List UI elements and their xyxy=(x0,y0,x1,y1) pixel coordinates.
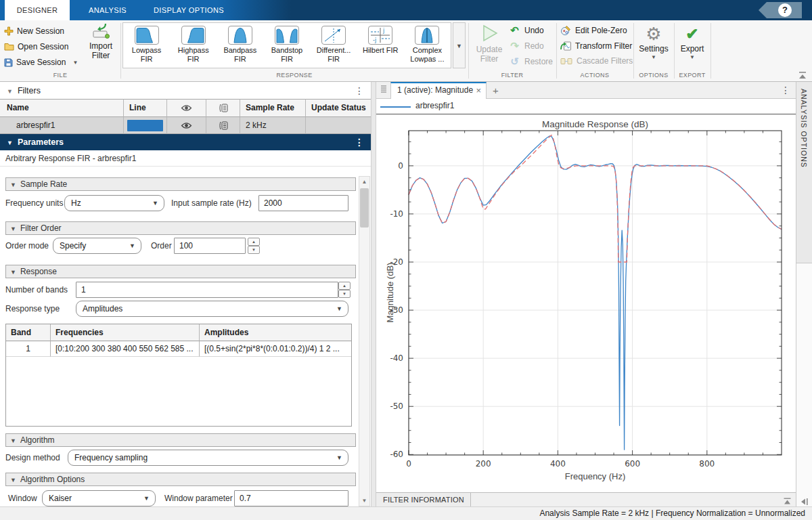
section-header-sample-rate[interactable]: ▼Sample Rate xyxy=(5,177,356,191)
side-panel-strip: ANALYSIS OPTIONS xyxy=(796,82,812,506)
gallery-item-bandpass-fir[interactable]: Bandpass FIR xyxy=(217,23,263,68)
help-icon[interactable]: ? xyxy=(778,3,792,17)
gallery-item-label: Highpass xyxy=(170,46,217,55)
filter-line-cell[interactable] xyxy=(124,116,167,134)
filter-line-swatch[interactable] xyxy=(127,120,163,131)
column-header-frequencies: Frequencies xyxy=(51,324,200,341)
stepper-down-icon[interactable]: ▼ xyxy=(248,246,260,254)
band-number-cell[interactable]: 1 xyxy=(6,341,51,357)
import-filter-label-2: Filter xyxy=(83,51,119,60)
gallery-item-lowpass-fir[interactable]: Lowpass FIR xyxy=(123,23,170,68)
gallery-item-bandstop-fir[interactable]: Bandstop FIR xyxy=(263,23,310,68)
analysis-options-tab[interactable]: ANALYSIS OPTIONS xyxy=(796,82,812,263)
tab-designer[interactable]: DESIGNER xyxy=(5,0,70,20)
save-session-button[interactable]: Save Session ▼ xyxy=(4,56,78,69)
number-of-bands-label: Number of bands xyxy=(5,282,68,298)
svg-text:j: j xyxy=(382,28,384,34)
x-tick-label: 800 xyxy=(699,459,715,469)
restore-button[interactable]: ↺ Restore xyxy=(509,56,553,67)
section-header-response[interactable]: ▼Response xyxy=(5,265,356,278)
response-type-label: Response type xyxy=(5,301,60,317)
window-parameter-field[interactable]: 0.7 xyxy=(234,490,348,506)
section-divider xyxy=(556,23,557,79)
stepper-up-icon[interactable]: ▲ xyxy=(338,282,351,290)
order-field[interactable]: 100 xyxy=(174,238,246,254)
filters-panel-header[interactable]: ▼Filters ⋮ xyxy=(0,83,371,99)
close-icon[interactable]: × xyxy=(476,83,481,98)
restore-icon: ↺ xyxy=(509,56,520,67)
section-header-algorithm-options[interactable]: ▼Algorithm Options xyxy=(5,473,356,486)
settings-button[interactable]: ⚙ Settings ▼ xyxy=(635,24,673,60)
analysis-options-label: ANALYSIS OPTIONS xyxy=(800,89,808,168)
scrollbar-thumb[interactable] xyxy=(360,188,369,228)
export-label: Export xyxy=(681,44,704,53)
kebab-menu-icon[interactable]: ⋮ xyxy=(781,82,790,98)
gallery-item-highpass-fir[interactable]: Highpass FIR xyxy=(170,23,217,68)
tab-analysis[interactable]: ANALYSIS xyxy=(70,0,145,20)
input-sample-rate-label: Input sample rate (Hz) xyxy=(171,195,252,211)
filter-information-tab[interactable]: FILTER INFORMATION xyxy=(376,493,471,506)
stepper-down-icon[interactable]: ▼ xyxy=(338,290,351,298)
series-arbrespfir1 xyxy=(409,136,782,450)
order-mode-dropdown[interactable]: Specify▼ xyxy=(53,238,141,254)
stepper-up-icon[interactable]: ▲ xyxy=(248,238,260,246)
filter-visibility-toggle[interactable] xyxy=(167,116,206,134)
filter-name: arbrespfir1 xyxy=(0,116,124,134)
redo-button[interactable]: ↷ Redo xyxy=(509,41,544,51)
number-of-bands-field[interactable]: 1 xyxy=(76,282,338,298)
open-session-button[interactable]: Open Session xyxy=(4,40,68,53)
frequency-units-dropdown[interactable]: Hz▼ xyxy=(64,195,164,211)
kebab-menu-icon[interactable]: ⋮ xyxy=(355,134,364,150)
redo-label: Redo xyxy=(524,41,544,51)
design-method-dropdown[interactable]: Frequency sampling▼ xyxy=(68,450,348,466)
tab-list-button[interactable] xyxy=(378,84,389,97)
response-type-dropdown[interactable]: Amplitudes▼ xyxy=(76,301,348,317)
update-filter-button[interactable]: Update Filter xyxy=(472,24,506,64)
export-button[interactable]: ✔ Export ▼ xyxy=(676,24,708,60)
window-dropdown[interactable]: Kaiser▼ xyxy=(42,490,156,506)
scroll-down-icon[interactable]: ▼ xyxy=(359,496,369,506)
plot-tab-magnitude[interactable]: 1 (active): Magnitude × xyxy=(390,82,487,99)
kebab-menu-icon[interactable]: ⋮ xyxy=(355,83,364,99)
gallery-expand-button[interactable]: ▼ xyxy=(453,22,466,68)
scroll-up-icon[interactable]: ▲ xyxy=(359,177,369,187)
y-tick-label: -40 xyxy=(390,353,403,363)
chevron-down-icon: ▼ xyxy=(143,491,150,506)
band-table-row[interactable]: 1 [0:10:200 300 380 400 550 562 585 ... … xyxy=(6,341,351,357)
section-label-options: OPTIONS xyxy=(633,72,674,80)
plot-canvas[interactable]: 02004006008000-10-20-30-40-50-60 xyxy=(376,114,796,492)
section-header-algorithm[interactable]: ▼Algorithm xyxy=(5,433,356,447)
collapse-ribbon-button[interactable] xyxy=(797,70,808,80)
edit-pole-zero-button[interactable]: Edit Pole-Zero xyxy=(560,25,627,36)
panel-splitter[interactable] xyxy=(371,82,376,506)
parameters-panel-header[interactable]: ▼Parameters ⋮ xyxy=(0,134,371,150)
gallery-item-differentiator-fir[interactable]: Different... FIR xyxy=(311,23,357,68)
new-plot-tab-button[interactable]: + xyxy=(493,83,499,98)
transform-filter-button[interactable]: Transform Filter xyxy=(560,41,632,51)
y-tick-label: -50 xyxy=(390,402,403,411)
section-title: Sample Rate xyxy=(20,179,67,189)
band-frequencies-cell[interactable]: [0:10:200 300 380 400 550 562 585 ... xyxy=(51,341,200,357)
cascade-filters-button[interactable]: Cascade Filters xyxy=(560,56,633,66)
edit-pole-zero-label: Edit Pole-Zero xyxy=(575,26,627,35)
import-filter-button[interactable]: Import Filter xyxy=(83,23,119,60)
filter-update-status xyxy=(306,116,371,134)
gallery-item-complex-lowpass-fir[interactable]: Complex Lowpas ... xyxy=(404,23,451,68)
order-stepper[interactable]: ▲▼ xyxy=(248,238,260,254)
new-session-button[interactable]: New Session xyxy=(4,24,64,38)
filter-row[interactable]: arbrespfir1 2 kHz xyxy=(0,116,371,134)
gallery-item-hilbert-fir[interactable]: j-j Hilbert FIR xyxy=(357,23,404,68)
collapse-triangle-icon: ▼ xyxy=(10,435,16,447)
band-amplitudes-cell[interactable]: [(0.5+sin(2*pi*8*(0:0.01:0.2))/4) 1 2 ..… xyxy=(200,341,351,357)
filter-info-button[interactable] xyxy=(206,116,240,134)
tab-display-options[interactable]: DISPLAY OPTIONS xyxy=(145,0,232,20)
parameters-scrollbar[interactable]: ▲ ▼ xyxy=(359,176,370,506)
cascade-filters-label: Cascade Filters xyxy=(577,56,633,66)
chevron-down-icon: ▼ xyxy=(336,301,342,316)
input-sample-rate-field[interactable]: 2000 xyxy=(258,195,348,211)
save-session-label: Save Session xyxy=(16,58,66,67)
section-header-filter-order[interactable]: ▼Filter Order xyxy=(5,221,356,235)
number-of-bands-stepper[interactable]: ▲▼ xyxy=(338,282,351,298)
gear-icon: ⚙ xyxy=(635,24,673,44)
undo-button[interactable]: ↶ Undo xyxy=(509,25,544,36)
